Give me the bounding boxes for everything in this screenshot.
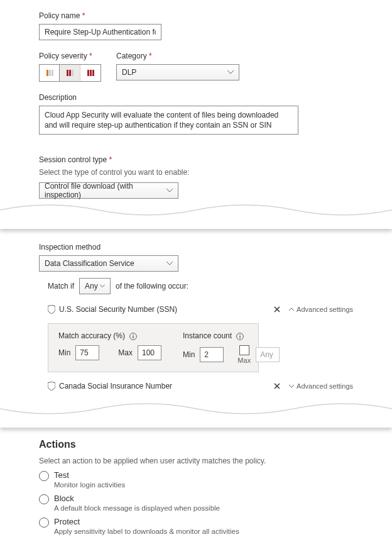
- accuracy-max-input[interactable]: [138, 345, 161, 360]
- classifier-name: Canada Social Insurance Number: [59, 382, 172, 390]
- shield-icon: [48, 305, 55, 314]
- inspection-method-select[interactable]: Data Classification Service: [39, 255, 178, 272]
- chevron-up-icon: [289, 308, 294, 311]
- instance-count-label: Instance count: [183, 331, 280, 340]
- action-radio-test[interactable]: [39, 471, 49, 481]
- category-label: Category *: [116, 52, 239, 60]
- severity-low[interactable]: [40, 65, 60, 81]
- remove-classifier-icon[interactable]: [274, 383, 280, 389]
- action-title: Protect: [54, 517, 239, 526]
- session-control-helper: Select the type of control you want to e…: [39, 168, 353, 177]
- action-radio-block[interactable]: [39, 494, 49, 504]
- svg-point-1: [133, 335, 134, 336]
- action-desc: Monitor login activities: [54, 481, 125, 489]
- accuracy-min-input[interactable]: [75, 345, 99, 360]
- match-if-row: Match if Any of the following occur:: [48, 278, 353, 294]
- session-control-select[interactable]: Control file download (with inspection): [39, 182, 178, 199]
- content-break: [0, 397, 392, 428]
- remove-classifier-icon[interactable]: [274, 306, 280, 313]
- instance-max-checkbox[interactable]: [239, 345, 249, 355]
- chevron-down-icon: [289, 385, 294, 388]
- severity-high[interactable]: [80, 65, 101, 81]
- min-label: Min: [58, 348, 70, 357]
- action-title: Block: [54, 494, 220, 503]
- advanced-settings-toggle[interactable]: Advanced settings: [289, 382, 353, 390]
- shield-icon: [48, 382, 55, 390]
- info-icon[interactable]: [236, 333, 244, 340]
- category-select[interactable]: DLP: [116, 64, 239, 80]
- classifier-name: U.S. Social Security Number (SSN): [59, 305, 177, 314]
- chevron-down-icon: [166, 262, 173, 265]
- min-label: Min: [183, 350, 195, 359]
- severity-selector[interactable]: [39, 64, 101, 82]
- info-icon[interactable]: [129, 333, 137, 340]
- classifier-row: Canada Social Insurance Number Advanced …: [48, 379, 353, 394]
- content-break: [0, 199, 392, 229]
- instance-max-input: [256, 347, 280, 362]
- action-desc: A default block message is displayed whe…: [54, 504, 220, 512]
- match-mode-select[interactable]: Any: [79, 278, 111, 294]
- classifier-settings: Match accuracy (%) Min Max Instance coun…: [48, 323, 259, 372]
- action-title: Test: [54, 470, 125, 480]
- advanced-settings-toggle[interactable]: Advanced settings: [289, 306, 353, 313]
- chevron-down-icon: [227, 70, 234, 74]
- action-desc: Apply sensitivity label to downloads & m…: [54, 528, 239, 535]
- actions-helper: Select an action to be applied when user…: [39, 457, 353, 465]
- svg-rect-2: [133, 336, 134, 338]
- svg-point-4: [240, 335, 241, 336]
- instance-min-input[interactable]: [200, 347, 224, 362]
- actions-heading: Actions: [39, 439, 353, 450]
- svg-rect-5: [240, 336, 241, 338]
- inspection-method-label: Inspection method: [39, 243, 353, 252]
- max-label: Max: [237, 357, 251, 364]
- match-accuracy-label: Match accuracy (%): [58, 331, 161, 340]
- severity-label: Policy severity *: [39, 52, 101, 60]
- max-label: Max: [118, 348, 133, 357]
- session-control-label: Session control type *: [39, 155, 353, 164]
- policy-name-label: Policy name *: [39, 11, 353, 20]
- description-label: Description: [39, 93, 353, 102]
- policy-name-input[interactable]: [39, 24, 161, 40]
- classifier-row: U.S. Social Security Number (SSN) Advanc…: [48, 302, 353, 317]
- chevron-down-icon: [100, 285, 105, 288]
- severity-medium[interactable]: [59, 64, 80, 82]
- description-input[interactable]: Cloud App Security will evaluate the con…: [39, 106, 298, 135]
- chevron-down-icon: [166, 189, 173, 192]
- action-radio-protect[interactable]: [39, 518, 49, 528]
